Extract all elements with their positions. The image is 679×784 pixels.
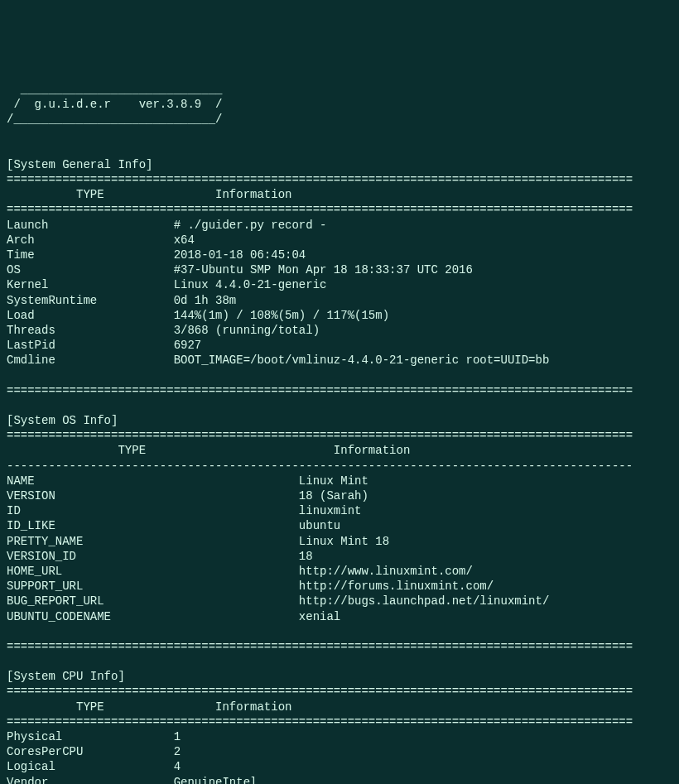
table-row: Time 2018-01-18 06:45:04 bbox=[7, 248, 306, 262]
table-row: ID_LIKE ubuntu bbox=[7, 519, 340, 532]
table-row: HOME_URL http://www.linuxmint.com/ bbox=[7, 565, 473, 578]
rule-single: ----------------------------------------… bbox=[7, 459, 633, 473]
table-row: Vendor GenuineIntel bbox=[7, 776, 257, 784]
rows-general: Launch # ./guider.py record - Arch x64 T… bbox=[7, 218, 672, 368]
rule-double: ========================================… bbox=[7, 429, 633, 442]
table-row: PRETTY_NAME Linux Mint 18 bbox=[7, 535, 389, 548]
table-row: Physical 1 bbox=[7, 730, 181, 743]
table-row: VERSION 18 (Sarah) bbox=[7, 489, 368, 503]
table-row: SystemRuntime 0d 1h 38m bbox=[7, 294, 236, 307]
blank bbox=[7, 399, 13, 412]
rule-double: ========================================… bbox=[7, 640, 633, 653]
table-row: Logical 4 bbox=[7, 760, 181, 773]
banner-line-top: _____________________________ bbox=[7, 83, 222, 96]
table-row: SUPPORT_URL http://forums.linuxmint.com/ bbox=[7, 580, 494, 593]
rows-os: NAME Linux Mint VERSION 18 (Sarah) ID li… bbox=[7, 474, 672, 624]
table-row: LastPid 6927 bbox=[7, 339, 201, 352]
banner-line-bot: /_____________________________/ bbox=[7, 113, 222, 126]
table-row: UBUNTU_CODENAME xenial bbox=[7, 610, 340, 623]
rule-double: ========================================… bbox=[7, 173, 633, 186]
blank bbox=[7, 128, 13, 142]
table-row: Cmdline BOOT_IMAGE=/boot/vmlinuz-4.4.0-2… bbox=[7, 354, 549, 367]
table-row: BUG_REPORT_URL http://bugs.launchpad.net… bbox=[7, 594, 549, 608]
table-row: ID linuxmint bbox=[7, 504, 361, 517]
terminal-output: _____________________________ / g.u.i.d.… bbox=[0, 60, 679, 784]
rule-double: ========================================… bbox=[7, 203, 633, 216]
table-row: CoresPerCPU 2 bbox=[7, 745, 181, 758]
section-title-general: [System General Info] bbox=[7, 158, 152, 171]
table-row: NAME Linux Mint bbox=[7, 474, 368, 488]
header-os: TYPE Information bbox=[7, 444, 410, 457]
table-row: Load 144%(1m) / 108%(5m) / 117%(15m) bbox=[7, 309, 389, 322]
section-title-os: [System OS Info] bbox=[7, 414, 118, 427]
table-row: Launch # ./guider.py record - bbox=[7, 219, 326, 232]
header-general: TYPE Information bbox=[7, 188, 291, 201]
table-row: Arch x64 bbox=[7, 233, 195, 247]
blank bbox=[7, 143, 13, 156]
banner-line-mid: / g.u.i.d.e.r ver.3.8.9 / bbox=[7, 98, 222, 111]
section-title-cpu: [System CPU Info] bbox=[7, 670, 125, 683]
rows-cpu: Physical 1 CoresPerCPU 2 Logical 4 Vendo… bbox=[7, 729, 672, 784]
header-cpu: TYPE Information bbox=[7, 700, 291, 714]
table-row: Kernel Linux 4.4.0-21-generic bbox=[7, 278, 326, 291]
blank bbox=[7, 655, 13, 668]
table-row: OS #37-Ubuntu SMP Mon Apr 18 18:33:37 UT… bbox=[7, 263, 473, 277]
rule-double: ========================================… bbox=[7, 685, 633, 698]
table-row: Threads 3/868 (running/total) bbox=[7, 324, 320, 337]
rule-double: ========================================… bbox=[7, 384, 633, 397]
rule-double: ========================================… bbox=[7, 715, 633, 729]
table-row: VERSION_ID 18 bbox=[7, 550, 313, 563]
